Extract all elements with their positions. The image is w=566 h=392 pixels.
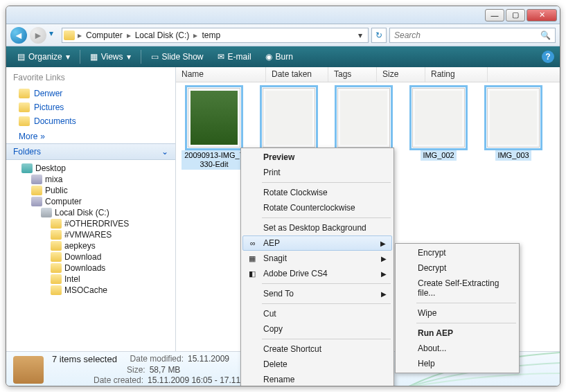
folder-icon (51, 263, 62, 273)
file-thumbnail[interactable]: IMG_003 (481, 88, 546, 170)
menu-icon: ∞ (247, 238, 258, 249)
folder-icon (19, 103, 30, 112)
forward-button[interactable]: ► (30, 27, 46, 44)
menu-item[interactable]: Run AEP (397, 326, 518, 341)
views-icon: ▦ (90, 52, 98, 62)
tree-item[interactable]: Public (6, 185, 175, 196)
favorite-link[interactable]: Denwer (6, 87, 175, 100)
folder-tree: DesktopmixaPublicComputerLocal Disk (C:)… (6, 160, 175, 351)
folder-icon (64, 30, 75, 40)
menu-item[interactable]: Encrypt (397, 245, 518, 260)
chevron-right-icon: ▸ (193, 30, 197, 40)
column-header[interactable]: Name (176, 67, 266, 82)
menu-item[interactable]: Rotate Counterclockwise (242, 200, 392, 215)
column-header[interactable]: Size (377, 67, 425, 82)
back-button[interactable]: ◄ (10, 27, 27, 44)
menu-item[interactable]: Help (397, 356, 518, 371)
breadcrumb[interactable]: Local Disk (C:) (134, 30, 191, 40)
maximize-button[interactable]: ▢ (506, 9, 525, 21)
menu-item[interactable]: Wipe (397, 305, 518, 321)
tree-item[interactable]: mixa (6, 174, 175, 185)
favorite-link[interactable]: Documents (6, 114, 175, 128)
folder-icon (19, 116, 30, 126)
column-header[interactable]: Date taken (266, 67, 328, 82)
nav-history-dropdown[interactable]: ▾ (49, 28, 59, 42)
folder-icon (31, 186, 42, 195)
file-name: IMG_002 (421, 150, 456, 161)
tree-item[interactable]: Downloads (6, 262, 175, 274)
column-header[interactable]: Tags (328, 67, 377, 82)
menu-item[interactable]: Cut (242, 306, 392, 321)
menu-item[interactable]: Delete (242, 357, 392, 372)
chevron-down-icon: ⌄ (161, 147, 168, 157)
tree-item[interactable]: #VMWARES (6, 229, 175, 240)
menu-item[interactable]: Decrypt (397, 260, 518, 276)
explorer-window: — ▢ ✕ ◄ ► ▾ ▸ Computer ▸ Local Disk (C:)… (6, 6, 560, 386)
views-button[interactable]: ▦Views▾ (85, 50, 136, 64)
submenu-arrow-icon: ▶ (381, 270, 387, 278)
titlebar: — ▢ ✕ (6, 6, 560, 24)
menu-item[interactable]: ▦Snagit▶ (242, 251, 392, 266)
tree-item[interactable]: #OTHERDRIVES (6, 218, 175, 229)
menu-icon: ▦ (247, 253, 258, 264)
menu-item[interactable]: About... (397, 341, 518, 356)
search-input[interactable] (394, 30, 540, 40)
tree-item[interactable]: Download (6, 251, 175, 262)
context-menu: PreviewPrintRotate ClockwiseRotate Count… (240, 148, 394, 386)
comp-icon (31, 197, 42, 206)
breadcrumb[interactable]: temp (200, 30, 222, 40)
menu-item[interactable]: Send To▶ (242, 286, 392, 301)
column-headers: NameDate takenTagsSizeRating (176, 67, 560, 82)
breadcrumb[interactable]: Computer (85, 30, 124, 40)
nav-pane: Favorite Links DenwerPicturesDocuments M… (6, 67, 176, 351)
slideshow-button[interactable]: ▭Slide Show (145, 50, 209, 64)
search-box[interactable]: 🔍 (389, 28, 556, 43)
more-link[interactable]: More» (6, 130, 175, 143)
slideshow-icon: ▭ (151, 52, 159, 62)
drive-icon (41, 208, 52, 217)
tree-item[interactable]: Desktop (6, 163, 175, 174)
context-submenu: EncryptDecryptCreate Self-Extracting fil… (395, 243, 520, 373)
menu-item[interactable]: Create Self-Extracting file... (397, 276, 518, 301)
column-header[interactable]: Rating (425, 67, 488, 82)
favorite-link[interactable]: Pictures (6, 100, 175, 114)
address-bar[interactable]: ▸ Computer ▸ Local Disk (C:) ▸ temp ▾ (62, 28, 369, 43)
folder-icon (51, 241, 62, 251)
burn-button[interactable]: ◉Burn (260, 50, 299, 64)
menu-item[interactable]: Preview (242, 150, 392, 165)
selection-count: 7 items selected (52, 354, 117, 364)
help-button[interactable]: ? (542, 51, 554, 63)
folders-header[interactable]: Folders⌄ (6, 143, 175, 160)
thumbnail-image (188, 88, 240, 148)
tree-item[interactable]: MSOCache (6, 285, 175, 296)
favorites-header: Favorite Links (6, 67, 175, 85)
close-button[interactable]: ✕ (527, 9, 557, 21)
tree-item[interactable]: Intel (6, 274, 175, 285)
thumbnail-image (263, 88, 315, 148)
folder-icon (19, 89, 30, 98)
file-thumbnail[interactable]: 20090913-IMG_7330-Edit (182, 88, 247, 170)
tree-item[interactable]: aepkeys (6, 240, 175, 251)
menu-item[interactable]: Copy (242, 321, 392, 337)
menu-item[interactable]: Set as Desktop Background (242, 220, 392, 235)
burn-icon: ◉ (265, 52, 272, 62)
menu-item[interactable]: ∞AEP▶ (242, 235, 392, 251)
chevron-right-icon: ▸ (78, 30, 82, 40)
menu-item[interactable]: Rename (242, 372, 392, 386)
desk-icon (21, 163, 33, 173)
address-dropdown[interactable]: ▾ (354, 30, 366, 40)
minimize-button[interactable]: — (485, 9, 504, 21)
menu-item[interactable]: ◧Adobe Drive CS4▶ (242, 266, 392, 281)
organize-button[interactable]: ▤Organize▾ (12, 50, 76, 64)
folder-icon (51, 219, 62, 229)
thumbnail-image (412, 88, 465, 148)
menu-item[interactable]: Rotate Clockwise (242, 185, 392, 200)
tree-item[interactable]: Local Disk (C:) (6, 207, 175, 218)
email-button[interactable]: ✉E-mail (212, 50, 257, 64)
file-thumbnail[interactable]: IMG_002 (406, 88, 471, 170)
menu-item[interactable]: Create Shortcut (242, 341, 392, 357)
tree-item[interactable]: Computer (6, 196, 175, 207)
refresh-button[interactable]: ↻ (371, 28, 387, 43)
menu-item[interactable]: Print (242, 165, 392, 180)
submenu-arrow-icon: ▶ (381, 255, 387, 262)
